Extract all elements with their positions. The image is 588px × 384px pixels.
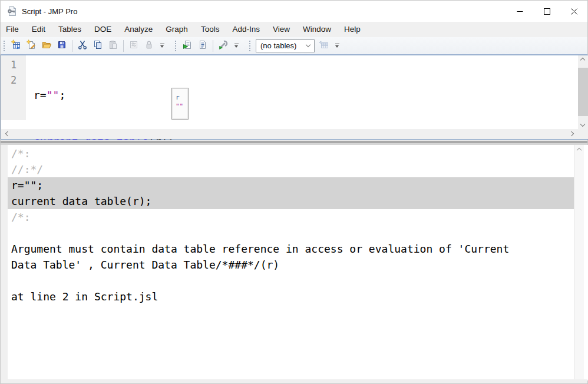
chevron-down-icon	[335, 45, 339, 48]
cut-icon	[77, 39, 88, 52]
toolbar-separator	[213, 40, 213, 52]
overflow-bar-icon	[160, 44, 164, 44]
log-pane[interactable]: /*: //:*/ r=""; current data table(r); /…	[1, 145, 588, 380]
pane-splitter[interactable]	[1, 140, 587, 145]
menu-tools[interactable]: Tools	[194, 22, 226, 37]
close-icon	[571, 8, 577, 15]
log-line	[8, 225, 574, 241]
tooltip-variable-value: ""	[176, 102, 188, 111]
editor-horizontal-scrollbar[interactable]	[1, 129, 578, 139]
save-icon	[57, 39, 67, 52]
log-line: /*:	[8, 209, 574, 225]
toolbar: (no tables)	[1, 37, 587, 55]
menu-help[interactable]: Help	[338, 22, 367, 37]
debug-script-button[interactable]	[216, 39, 231, 53]
window-controls	[506, 1, 587, 22]
toolbar-grip[interactable]	[3, 40, 5, 52]
window-title: Script - JMP Pro	[22, 7, 77, 16]
new-data-table-button[interactable]	[8, 39, 24, 53]
log-line: /*:	[8, 145, 574, 161]
line-number: 1	[1, 57, 26, 72]
new-script-icon	[26, 39, 37, 52]
jmp-script-window: Script - JMP Pro File Edit Tables DOE An…	[0, 0, 588, 384]
menu-bar: File Edit Tables DOE Analyze Graph Tools…	[1, 22, 587, 37]
overflow-bar-icon	[234, 44, 239, 44]
minimize-button[interactable]	[506, 1, 533, 22]
open-log-icon	[197, 39, 208, 52]
script-editor-pane[interactable]: 1 2 r=""; current data table(r); r ""	[1, 55, 588, 140]
menu-view[interactable]: View	[266, 22, 296, 37]
close-button[interactable]	[560, 1, 587, 22]
log-text-area[interactable]: /*: //:*/ r=""; current data table(r); /…	[8, 145, 574, 304]
menu-tables[interactable]: Tables	[52, 22, 88, 37]
menu-window[interactable]: Window	[296, 22, 338, 37]
toolbar-separator	[123, 40, 124, 52]
new-script-button[interactable]	[24, 39, 39, 53]
log-gutter	[1, 145, 8, 380]
log-line-selected: current data table(r);	[8, 193, 574, 209]
format-options-button[interactable]	[126, 39, 141, 53]
log-line	[8, 273, 574, 289]
paste-button[interactable]	[105, 39, 121, 53]
log-error-location-line: at line 2 in Script.jsl	[8, 289, 574, 304]
open-button[interactable]	[39, 39, 54, 53]
chevron-down-icon	[234, 45, 238, 48]
scrollbar-corner	[578, 129, 588, 139]
line-number: 2	[1, 72, 26, 88]
toolbar-separator	[72, 40, 72, 52]
menu-graph[interactable]: Graph	[159, 22, 194, 37]
string-token: ""	[47, 89, 60, 101]
variable-value-tooltip: r ""	[171, 88, 189, 120]
tables-dropdown-value: (no tables)	[260, 41, 302, 50]
scroll-right-icon[interactable]	[569, 131, 574, 136]
scroll-left-icon[interactable]	[5, 131, 10, 136]
log-vertical-scrollbar[interactable]	[574, 145, 584, 380]
maximize-button[interactable]	[533, 1, 560, 22]
toolbar-grip[interactable]	[174, 40, 177, 52]
toolbar-grip[interactable]	[249, 40, 251, 52]
editor-vertical-scrollbar[interactable]	[578, 55, 588, 129]
associate-table-button[interactable]	[316, 39, 332, 53]
open-log-button[interactable]	[195, 39, 210, 53]
run-script-button[interactable]	[180, 39, 195, 53]
paste-icon	[108, 39, 118, 52]
toolbar-overflow-button[interactable]	[158, 39, 166, 52]
new-data-table-icon	[11, 39, 21, 52]
maximize-icon	[544, 8, 550, 15]
format-options-icon	[128, 39, 139, 52]
copy-icon	[93, 39, 103, 52]
menu-add-ins[interactable]: Add-Ins	[226, 22, 266, 37]
copy-button[interactable]	[90, 39, 105, 53]
script-code-area[interactable]: r=""; current data table(r);	[26, 55, 578, 120]
tooltip-variable-name: r	[176, 93, 188, 102]
run-script-icon	[182, 39, 193, 52]
lock-icon	[144, 39, 154, 52]
code-line-1: r="";	[34, 88, 578, 103]
log-error-line: Data Table' , Current Data Table/*###*/(…	[8, 257, 574, 273]
chevron-down-icon	[302, 45, 314, 47]
log-error-line: Argument must contain data table referen…	[8, 241, 574, 257]
scrollbar-thumb[interactable]	[578, 68, 588, 116]
toolbar-overflow-button[interactable]	[232, 39, 240, 52]
window-frame	[1, 379, 587, 383]
menu-file[interactable]: File	[1, 22, 25, 37]
scroll-up-icon[interactable]	[577, 148, 582, 153]
save-button[interactable]	[54, 39, 70, 53]
chevron-down-icon	[160, 45, 164, 48]
title-bar: Script - JMP Pro	[1, 1, 587, 22]
cut-button[interactable]	[75, 39, 90, 53]
scroll-up-icon[interactable]	[580, 58, 585, 62]
toolbar-overflow-button[interactable]	[333, 39, 341, 52]
menu-analyze[interactable]: Analyze	[118, 22, 159, 37]
lock-button[interactable]	[141, 39, 157, 53]
log-line: //:*/	[8, 161, 574, 177]
menu-edit[interactable]: Edit	[25, 22, 52, 37]
associate-table-icon	[319, 39, 329, 52]
overflow-bar-icon	[335, 44, 339, 44]
scroll-down-icon[interactable]	[580, 122, 585, 127]
minimize-icon	[517, 8, 523, 15]
menu-doe[interactable]: DOE	[88, 22, 118, 37]
tables-dropdown[interactable]: (no tables)	[256, 39, 315, 52]
jmp-script-icon	[6, 6, 17, 16]
line-number-gutter: 1 2	[1, 55, 26, 120]
